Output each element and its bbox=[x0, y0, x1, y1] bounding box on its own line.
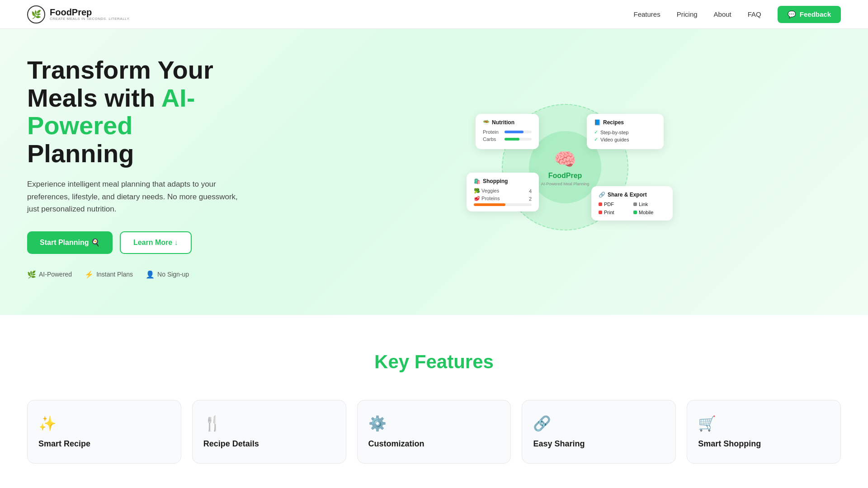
badge-instant-plans: ⚡ Instant Plans bbox=[85, 270, 133, 279]
check-icon-1: ✓ bbox=[594, 129, 598, 135]
nutrition-card-title: 🥗 Nutrition bbox=[483, 119, 532, 126]
nav-faq[interactable]: FAQ bbox=[748, 10, 761, 18]
check-icon-2: ✓ bbox=[594, 136, 598, 142]
nav-features[interactable]: Features bbox=[634, 10, 660, 18]
brain-icon: 🧠 bbox=[554, 149, 576, 170]
badge-no-signup-label: No Sign-up bbox=[157, 271, 189, 278]
easy-sharing-icon: 🔗 bbox=[533, 415, 551, 432]
feedback-label: Feedback bbox=[800, 10, 831, 18]
share-link: Link bbox=[633, 202, 665, 207]
carbs-bar-bg bbox=[505, 138, 532, 141]
no-signup-icon: 👤 bbox=[146, 270, 155, 279]
recipe-details-name: Recipe Details bbox=[203, 439, 259, 449]
feedback-button[interactable]: 💬 Feedback bbox=[778, 6, 841, 23]
protein-bar-bg bbox=[505, 131, 532, 133]
logo-icon: 🌿 bbox=[27, 5, 45, 23]
share-card-title: 🔗 Share & Export bbox=[599, 192, 665, 198]
learn-more-button[interactable]: Learn More ↓ bbox=[120, 231, 192, 254]
recipes-card-title: 📘 Recipes bbox=[594, 119, 656, 126]
smart-recipe-name: Smart Recipe bbox=[38, 439, 90, 449]
feature-card-smart-recipe: ✨ Smart Recipe bbox=[27, 400, 181, 464]
smart-shopping-icon: 🛒 bbox=[698, 415, 716, 432]
feature-card-easy-sharing: 🔗 Easy Sharing bbox=[522, 400, 676, 464]
smart-recipe-icon: ✨ bbox=[38, 415, 57, 432]
nav-links: Features Pricing About FAQ 💬 Feedback bbox=[634, 6, 841, 23]
features-title: Key Features bbox=[27, 351, 841, 373]
share-grid: PDF Link Print Mobile bbox=[599, 202, 665, 215]
nav-pricing[interactable]: Pricing bbox=[677, 10, 698, 18]
start-planning-button[interactable]: Start Planning 🍳 bbox=[27, 231, 113, 254]
shopping-card-title: 🛍️ Shopping bbox=[474, 178, 532, 184]
hero-circle: 🧠 FoodPrep AI-Powered Meal Planning 🥗 Nu… bbox=[502, 104, 628, 230]
shopping-veggies-row: 🥦 Veggies 4 bbox=[474, 188, 532, 194]
badge-instant-label: Instant Plans bbox=[96, 271, 133, 278]
logo-text: FoodPrep Create meals in seconds. Litera… bbox=[50, 8, 130, 21]
protein-bar-fill bbox=[505, 131, 524, 133]
customization-name: Customization bbox=[368, 439, 425, 449]
logo-name: FoodPrep bbox=[50, 8, 130, 17]
hero-buttons: Start Planning 🍳 Learn More ↓ bbox=[27, 231, 289, 254]
share-mobile: Mobile bbox=[633, 210, 665, 215]
nav-about[interactable]: About bbox=[714, 10, 731, 18]
feature-card-recipe-details: 🍴 Recipe Details bbox=[192, 400, 346, 464]
brand-sub: AI-Powered Meal Planning bbox=[541, 182, 590, 186]
shopping-proteins-row: 🥩 Proteins 2 bbox=[474, 196, 532, 202]
link-icon bbox=[633, 202, 637, 206]
shopping-card: 🛍️ Shopping 🥦 Veggies 4 🥩 Proteins 2 bbox=[467, 173, 539, 211]
share-pdf: PDF bbox=[599, 202, 631, 207]
instant-plans-icon: ⚡ bbox=[85, 270, 94, 279]
logo-link[interactable]: 🌿 FoodPrep Create meals in seconds. Lite… bbox=[27, 5, 130, 23]
features-section: Key Features ✨ Smart Recipe 🍴 Recipe Det… bbox=[0, 315, 868, 488]
proteins-bar-fill bbox=[474, 203, 505, 206]
recipes-step-row: ✓ Step-by-step bbox=[594, 129, 656, 135]
hero-illustration: 🧠 FoodPrep AI-Powered Meal Planning 🥗 Nu… bbox=[289, 77, 841, 258]
feature-card-smart-shopping: 🛒 Smart Shopping bbox=[687, 400, 841, 464]
easy-sharing-name: Easy Sharing bbox=[533, 439, 585, 449]
shopping-icon: 🛍️ bbox=[474, 178, 481, 184]
feedback-icon: 💬 bbox=[788, 10, 796, 19]
smart-shopping-name: Smart Shopping bbox=[698, 439, 761, 449]
pdf-icon bbox=[599, 202, 602, 206]
customization-icon: ⚙️ bbox=[368, 415, 387, 432]
badge-ai-label: AI-Powered bbox=[39, 271, 72, 278]
feature-card-customization: ⚙️ Customization bbox=[357, 400, 511, 464]
recipe-details-icon: 🍴 bbox=[203, 415, 222, 432]
print-icon bbox=[599, 211, 602, 214]
hero-content: Transform Your Meals with AI-Powered Pla… bbox=[27, 56, 289, 279]
share-print: Print bbox=[599, 210, 631, 215]
hero-section: Transform Your Meals with AI-Powered Pla… bbox=[0, 29, 868, 315]
share-icon: 🔗 bbox=[599, 192, 605, 198]
hero-subtitle: Experience intelligent meal planning tha… bbox=[27, 178, 244, 215]
recipes-card: 📘 Recipes ✓ Step-by-step ✓ Video guides bbox=[587, 114, 664, 149]
badge-ai-powered: 🌿 AI-Powered bbox=[27, 270, 72, 279]
hero-badges: 🌿 AI-Powered ⚡ Instant Plans 👤 No Sign-u… bbox=[27, 270, 289, 279]
nutrition-card: 🥗 Nutrition Protein Carbs bbox=[476, 114, 539, 149]
mobile-icon bbox=[633, 211, 637, 214]
carbs-bar-fill bbox=[505, 138, 519, 141]
proteins-bar-bg bbox=[474, 203, 532, 206]
features-grid: ✨ Smart Recipe 🍴 Recipe Details ⚙️ Custo… bbox=[27, 400, 841, 464]
badge-no-signup: 👤 No Sign-up bbox=[146, 270, 189, 279]
logo-tagline: Create meals in seconds. Literally. bbox=[50, 17, 130, 21]
ai-powered-icon: 🌿 bbox=[27, 270, 36, 279]
hero-title: Transform Your Meals with AI-Powered Pla… bbox=[27, 56, 289, 167]
nutrition-protein-row: Protein bbox=[483, 129, 532, 135]
recipes-icon: 📘 bbox=[594, 119, 601, 126]
nutrition-carbs-row: Carbs bbox=[483, 136, 532, 142]
share-card: 🔗 Share & Export PDF Link Print bbox=[591, 186, 673, 221]
recipes-video-row: ✓ Video guides bbox=[594, 136, 656, 142]
brand-name: FoodPrep bbox=[548, 172, 582, 180]
nutrition-icon: 🥗 bbox=[483, 119, 490, 126]
navbar: 🌿 FoodPrep Create meals in seconds. Lite… bbox=[0, 0, 868, 29]
